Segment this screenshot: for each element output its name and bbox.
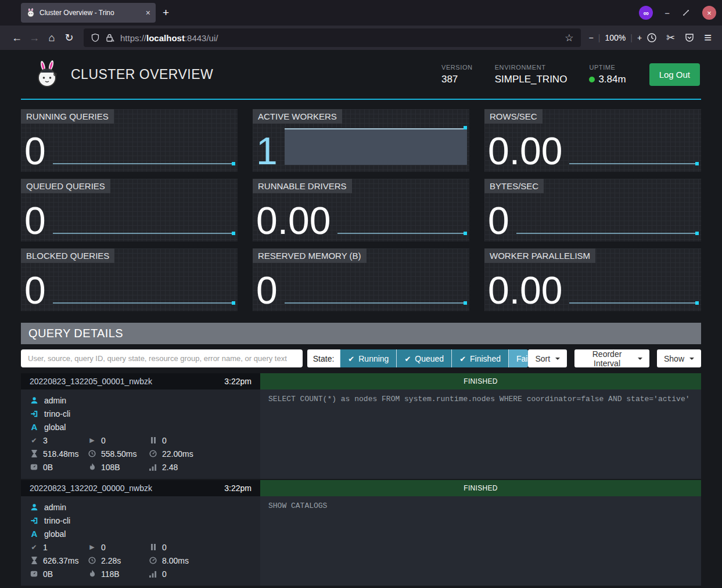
- parallelism-bars-icon: [149, 571, 157, 578]
- query-row: 20220823_132202_00000_nwbzk 3:22pm FINIS…: [21, 480, 701, 586]
- private-browsing-mask-icon: ∞: [639, 6, 653, 20]
- stat-tile-bytes-sec: BYTES/SEC 0: [484, 179, 701, 241]
- state-filter-queued[interactable]: Queued: [396, 349, 451, 367]
- gauge-icon: [149, 450, 157, 457]
- url-text[interactable]: https://localhost:8443/ui/: [120, 33, 218, 43]
- hourglass-icon: [30, 557, 38, 564]
- query-user: admin: [44, 503, 66, 512]
- new-tab-button[interactable]: +: [163, 6, 169, 19]
- zoom-out-button[interactable]: −: [589, 33, 594, 42]
- window-close-button[interactable]: ×: [702, 6, 716, 20]
- query-id-link[interactable]: 20220823_132205_00001_nwbzk: [30, 377, 224, 386]
- state-filter-label: State:: [307, 349, 340, 367]
- stat-tile-blocked-queries: BLOCKED QUERIES 0: [21, 248, 238, 311]
- state-filter-failed[interactable]: Failed: [508, 349, 528, 367]
- browser-navbar: ← → ⌂ ↻ https://localhost:8443/ui/ ☆ − |…: [0, 26, 722, 50]
- resource-group-road-icon: [30, 422, 39, 432]
- window-maximize-button[interactable]: [681, 8, 691, 17]
- query-list: 20220823_132205_00001_nwbzk 3:22pm FINIS…: [21, 373, 701, 586]
- sort-dropdown[interactable]: Sort: [528, 349, 567, 367]
- query-sql-text[interactable]: SHOW CATALOGS: [260, 496, 701, 586]
- logout-button[interactable]: Log Out: [649, 63, 700, 86]
- scale-icon: [30, 570, 38, 578]
- query-resource-group: global: [44, 423, 66, 432]
- query-filter-toolbar: State: Running Queued Finished Failed So…: [21, 349, 701, 367]
- uptime-status-dot: [589, 77, 595, 82]
- check-icon: [404, 354, 411, 363]
- reorder-interval-dropdown[interactable]: Reorder Interval: [574, 349, 649, 367]
- page-title: CLUSTER OVERVIEW: [71, 67, 213, 82]
- query-details-header: QUERY DETAILS: [21, 323, 701, 344]
- cluster-stats-grid: RUNNING QUERIES 0 ACTIVE WORKERS 1 ROWS/…: [21, 109, 701, 311]
- tab-title: Cluster Overview - Trino: [39, 9, 142, 17]
- check-icon: [348, 354, 354, 363]
- state-filter-running[interactable]: Running: [340, 349, 396, 367]
- state-filter-group: State: Running Queued Finished Failed: [307, 349, 529, 367]
- check-icon: ✔: [30, 437, 38, 445]
- resource-group-road-icon: [30, 529, 39, 539]
- browser-tab[interactable]: Cluster Overview - Trino ×: [21, 3, 156, 23]
- clock-icon: [88, 557, 96, 564]
- chevron-down-icon: [555, 358, 560, 360]
- pause-icon: [149, 544, 157, 550]
- window-minimize-button[interactable]: −: [664, 8, 670, 18]
- home-icon[interactable]: ⌂: [43, 32, 60, 44]
- menu-hamburger-icon[interactable]: ≡: [704, 30, 712, 45]
- query-user: admin: [44, 396, 66, 405]
- check-icon: ✔: [30, 543, 38, 551]
- trino-logo: [34, 60, 60, 89]
- user-icon: [30, 396, 39, 405]
- version-info: VERSION 387: [441, 64, 473, 85]
- stat-tile-running-queries: RUNNING QUERIES 0: [21, 109, 238, 172]
- stat-tile-runnable-drivers: RUNNABLE DRIVERS 0.00: [253, 179, 469, 241]
- tracking-shield-icon[interactable]: [91, 33, 100, 42]
- stat-tile-queued-queries: QUEUED QUERIES 0: [21, 179, 238, 241]
- check-icon: [459, 354, 466, 363]
- query-sql-text[interactable]: SELECT COUNT(*) as nodes FROM system.run…: [260, 389, 701, 479]
- query-time: 3:22pm: [224, 377, 252, 386]
- query-info-panel: admin trino-cli global ✔3 0: [21, 389, 260, 479]
- uptime-info: UPTIME 3.84m: [589, 64, 626, 85]
- lock-warning-icon[interactable]: [105, 33, 115, 42]
- bookmark-star-icon[interactable]: ☆: [565, 32, 573, 44]
- back-icon[interactable]: ←: [8, 32, 26, 44]
- query-search-input[interactable]: [21, 349, 303, 367]
- url-bar[interactable]: https://localhost:8443/ui/ ☆: [84, 28, 581, 47]
- chevron-down-icon: [689, 358, 694, 360]
- forward-icon: →: [26, 32, 43, 44]
- show-dropdown[interactable]: Show: [657, 349, 701, 367]
- query-header: 20220823_132202_00000_nwbzk 3:22pm: [21, 480, 260, 496]
- zoom-in-button[interactable]: +: [637, 33, 642, 42]
- app-header: CLUSTER OVERVIEW VERSION 387 ENVIRONMENT…: [21, 50, 701, 100]
- state-filter-finished[interactable]: Finished: [451, 349, 508, 367]
- query-resource-group: global: [44, 529, 66, 539]
- query-header: 20220823_132205_00001_nwbzk 3:22pm: [21, 373, 260, 389]
- tab-close-icon[interactable]: ×: [146, 8, 150, 17]
- pause-icon: [149, 437, 157, 443]
- parallelism-bars-icon: [149, 464, 157, 471]
- query-time: 3:22pm: [224, 484, 252, 493]
- stat-tile-worker-parallelism: WORKER PARALLELISM 0.00: [484, 248, 701, 311]
- trino-cluster-overview-page: CLUSTER OVERVIEW VERSION 387 ENVIRONMENT…: [0, 50, 722, 588]
- sparkline: [337, 179, 467, 239]
- query-source: trino-cli: [44, 409, 70, 419]
- query-id-link[interactable]: 20220823_132202_00000_nwbzk: [30, 484, 224, 493]
- environment-info: ENVIRONMENT SIMPLE_TRINO: [495, 64, 567, 85]
- query-row: 20220823_132205_00001_nwbzk 3:22pm FINIS…: [21, 373, 701, 479]
- pocket-icon[interactable]: [684, 33, 695, 43]
- history-clock-icon[interactable]: [646, 33, 657, 43]
- query-status-badge: FINISHED: [260, 480, 701, 496]
- scale-icon: [30, 463, 38, 471]
- zoom-level[interactable]: 100%: [605, 33, 626, 42]
- clock-icon: [88, 450, 96, 457]
- sign-in-icon: [30, 410, 39, 418]
- fire-icon: [88, 570, 96, 578]
- play-icon: [88, 543, 96, 551]
- query-source: trino-cli: [44, 516, 70, 525]
- reload-icon[interactable]: ↻: [60, 31, 78, 44]
- stat-tile-reserved-memory: RESERVED MEMORY (B) 0: [253, 248, 469, 311]
- stat-tile-active-workers: ACTIVE WORKERS 1: [253, 109, 469, 172]
- query-info-panel: admin trino-cli global ✔1 0: [21, 496, 260, 586]
- user-icon: [30, 503, 39, 511]
- screenshot-scissors-icon[interactable]: ✂: [666, 31, 675, 44]
